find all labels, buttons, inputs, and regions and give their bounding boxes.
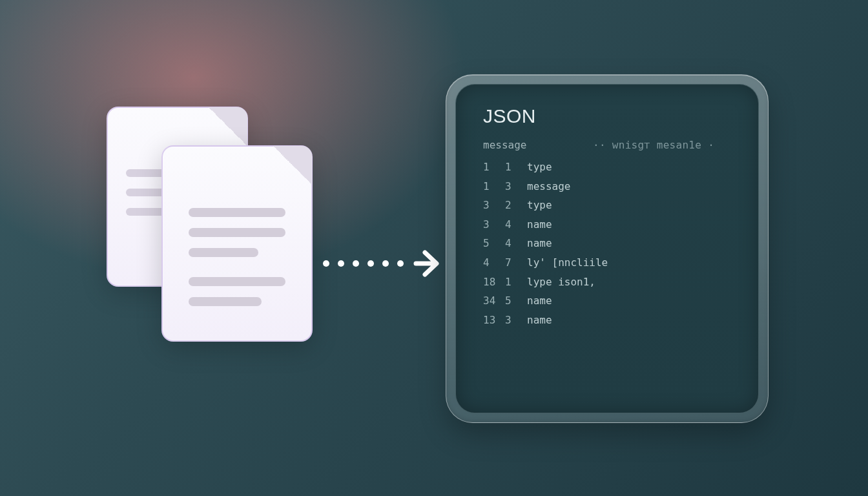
page-fold-icon	[273, 146, 312, 185]
json-panel-inner: JSON message ·· wnisgᴛ mesan1e · 11type …	[455, 84, 759, 413]
table-row: 32type	[483, 196, 736, 215]
panel-title: JSON	[483, 105, 736, 127]
document-page-front	[161, 145, 313, 342]
table-row: 181lype ison1,	[483, 273, 736, 292]
arrow-head-icon	[413, 249, 442, 278]
table-row: 54name	[483, 234, 736, 253]
table-row: 13message	[483, 177, 736, 196]
header-col-meta: ·· wnisgᴛ mesan1e ·	[593, 139, 714, 151]
table-row: 133name	[483, 311, 736, 330]
table-row: 47ly' [nncliile	[483, 253, 736, 273]
table-row: 345name	[483, 291, 736, 311]
table-row: 11type	[483, 158, 736, 177]
table-row: 34name	[483, 215, 736, 234]
document-text-lines	[189, 208, 285, 306]
json-rows: 11type 13message 32type 34name 54name 47…	[483, 158, 736, 329]
documents-icon	[107, 107, 313, 365]
diagram-canvas: JSON message ·· wnisgᴛ mesan1e · 11type …	[0, 0, 868, 496]
arrow-right-icon	[323, 249, 442, 278]
header-col-message: message	[483, 139, 593, 151]
page-fold-icon	[209, 107, 247, 146]
json-panel: JSON message ·· wnisgᴛ mesan1e · 11type …	[446, 74, 769, 423]
panel-header-row: message ·· wnisgᴛ mesan1e ·	[483, 139, 736, 151]
